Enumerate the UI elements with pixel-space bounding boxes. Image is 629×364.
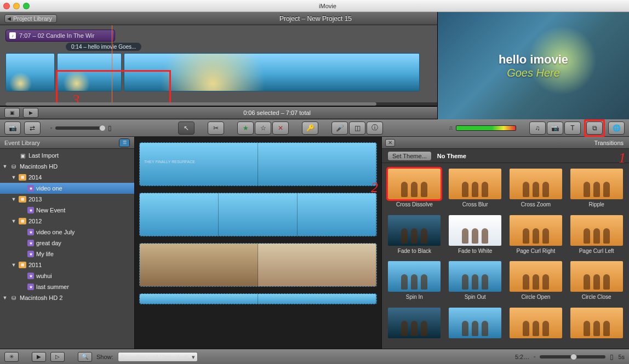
transition-ripple[interactable]: Ripple [569,169,624,211]
tree-item-video-one[interactable]: ★video one [0,183,134,194]
transition-circle-close[interactable]: Circle Close [569,261,624,303]
crop-button[interactable]: ◫ [349,122,365,135]
transition-cross-zoom[interactable]: Cross Zoom [509,169,563,211]
event-clip-strip[interactable]: THEY FINALLY RESURFACE [139,142,377,186]
titles-browser-button[interactable]: T [564,122,581,135]
maps-browser-button[interactable]: 🌐 [608,122,625,135]
tree-item-2014[interactable]: ▼▦2014 [0,172,134,183]
transition-thumbnail [388,169,441,199]
search-button[interactable]: 🔍 [78,352,92,362]
event-clip-strip[interactable] [139,293,377,304]
transition-spin-in[interactable]: Spin In [387,261,442,303]
lower-panes: Event Library ☰ ▣Last Import▼⛁Macintosh … [0,137,629,349]
arrow-tool-button[interactable]: ↖ [178,122,195,135]
unmark-button[interactable]: ☆ [255,122,271,135]
reject-button[interactable]: ✕ [272,122,289,135]
tree-item-label: last summer [36,284,69,290]
transition-label: Fade to White [458,248,492,254]
event-view-toggle[interactable]: ☰ [119,138,130,147]
tree-item-my-life[interactable]: ★My life [0,249,134,259]
event-tree[interactable]: ▣Last Import▼⛁Macintosh HD▼▦2014★video o… [0,149,134,349]
close-window-button[interactable] [3,3,10,9]
disclosure-triangle-icon[interactable]: ▼ [2,295,8,301]
disclosure-triangle-icon[interactable]: ▼ [11,262,16,268]
set-theme-button[interactable]: Set Theme... [387,151,432,161]
video-clip[interactable] [124,53,420,91]
tree-item-macintosh-hd[interactable]: ▼⛁Macintosh HD [0,161,134,172]
transition-cross-dissolve[interactable]: Cross Dissolve [387,169,442,211]
import-camera-button[interactable]: 📷 [4,122,21,135]
zoom-window-button[interactable] [23,3,30,9]
transition-item-14[interactable] [509,308,563,344]
tree-item-last-import[interactable]: ▣Last Import [0,150,134,161]
tree-item-great-day[interactable]: ★great day [0,238,134,249]
show-filter-select[interactable]: Favorites and Unmarked [118,352,198,362]
event-thumbnail-slider[interactable] [540,355,605,359]
transition-page-curl-right[interactable]: Page Curl Right [509,215,563,257]
tree-item-2011[interactable]: ▼▦2011 [0,259,134,270]
tree-item-last-summer[interactable]: ★last summer [0,281,134,292]
close-panel-button[interactable]: ✕ [385,139,395,147]
transitions-panel: ✕ Transitions 1 Set Theme... No Theme Cr… [381,137,629,349]
event-clip-strip[interactable] [139,243,377,287]
event-icon: ★ [27,240,34,246]
tree-item-2013[interactable]: ▼▦2013 [0,194,134,205]
transition-page-curl-left[interactable]: Page Curl Left [569,215,624,257]
photo-browser-button[interactable]: 📷 [547,122,563,135]
swap-events-projects-button[interactable]: ⇄ [24,122,41,135]
frame-size-slider[interactable] [55,126,105,130]
keyword-button[interactable]: 🔑 [302,122,318,135]
transition-thumbnail [570,215,623,246]
event-clip-strip[interactable] [139,193,377,236]
title-overlay-pill[interactable]: 0:14 – hello imovie Goes... [66,43,141,51]
transition-item-13[interactable] [448,308,502,344]
disclosure-triangle-icon[interactable]: ▼ [11,175,16,180]
voiceover-button[interactable]: 🎤 [331,122,348,135]
transition-spin-out[interactable]: Spin Out [448,261,502,303]
calendar-icon: ▦ [19,174,26,181]
disclosure-triangle-icon[interactable]: ▼ [11,218,16,224]
transition-item-15[interactable] [569,308,624,344]
transitions-browser-button[interactable]: ⧉ [586,122,603,135]
tree-item-label: Macintosh HD [20,163,58,170]
keyword-filter-button[interactable]: ✳ [4,352,19,362]
play-from-start-button[interactable]: ▣ [4,108,20,118]
transitions-tab-label[interactable]: Transitions [395,140,624,146]
tree-item-wuhui[interactable]: ★wuhui [0,270,134,281]
playhead[interactable] [112,25,112,106]
video-clip[interactable] [5,53,55,91]
audio-meter-icon: ⎍ [449,125,453,131]
tree-item-macintosh-hd-2[interactable]: ▼⛁Macintosh HD 2 [0,292,134,303]
transition-label: Cross Blur [462,201,488,207]
tree-item-new-event[interactable]: ★New Event [0,205,134,216]
minimize-window-button[interactable] [13,3,20,9]
transition-fade-to-black[interactable]: Fade to Black [387,215,442,257]
disclosure-triangle-icon[interactable]: ▼ [2,164,8,169]
transition-item-12[interactable] [387,308,442,344]
annotation-number-1: 1 [619,150,626,166]
tree-item-label: great day [36,240,61,246]
frame-size-icon-large: ▯ [108,124,112,132]
music-browser-button[interactable]: ♫ [529,122,546,135]
play-event-button[interactable]: ▶ [32,352,46,362]
transition-cross-blur[interactable]: Cross Blur [448,169,502,211]
play-fullscreen-button[interactable]: ▷ [50,352,65,362]
tree-item-label: Macintosh HD 2 [20,294,62,301]
inspector-button[interactable]: ⓘ [367,122,383,135]
tree-item-video-one-july[interactable]: ★video one July [0,227,134,238]
event-library-header: Event Library ☰ [0,137,134,149]
favorite-button[interactable]: ★ [237,122,254,135]
play-button[interactable]: ▶ [23,108,38,118]
disclosure-triangle-icon[interactable]: ▼ [11,197,16,202]
tree-item-2012[interactable]: ▼▦2012 [0,216,134,227]
transition-circle-open[interactable]: Circle Open [509,261,563,303]
transition-thumbnail [570,308,623,338]
audio-clip[interactable]: ♪ 7:07 – 02 Candle In The Wir [5,30,115,42]
event-clip-browser[interactable]: THEY FINALLY RESURFACE [135,137,381,349]
transition-fade-to-white[interactable]: Fade to White [448,215,502,257]
project-library-back-button[interactable]: Project Library [4,14,57,23]
transition-thumbnail [388,261,441,292]
edit-tool-button[interactable]: ✂ [208,122,224,135]
preview-viewer[interactable]: hello imovie Goes Here [437,12,629,119]
transition-thumbnail [449,215,501,246]
